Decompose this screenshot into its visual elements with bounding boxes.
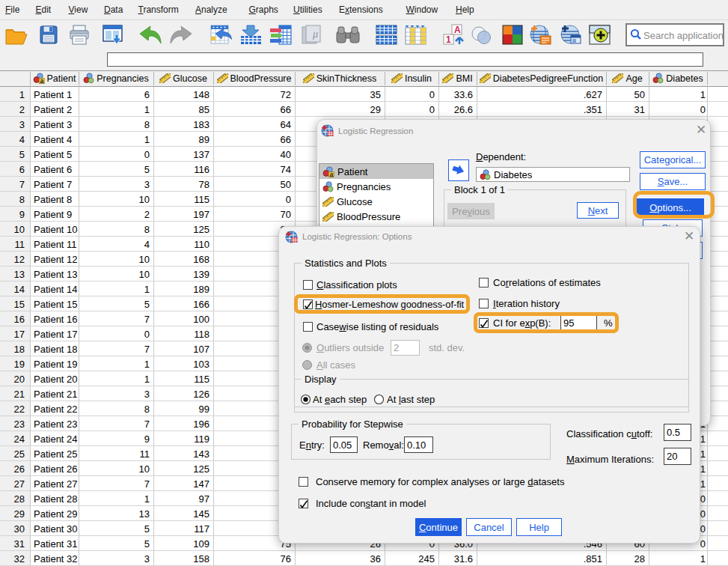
svg-text:μ: μ <box>312 28 318 40</box>
svg-text:a: a <box>330 170 334 177</box>
svg-text:1: 1 <box>446 34 451 45</box>
svg-text:a: a <box>40 77 43 84</box>
svg-text:A: A <box>454 25 461 35</box>
